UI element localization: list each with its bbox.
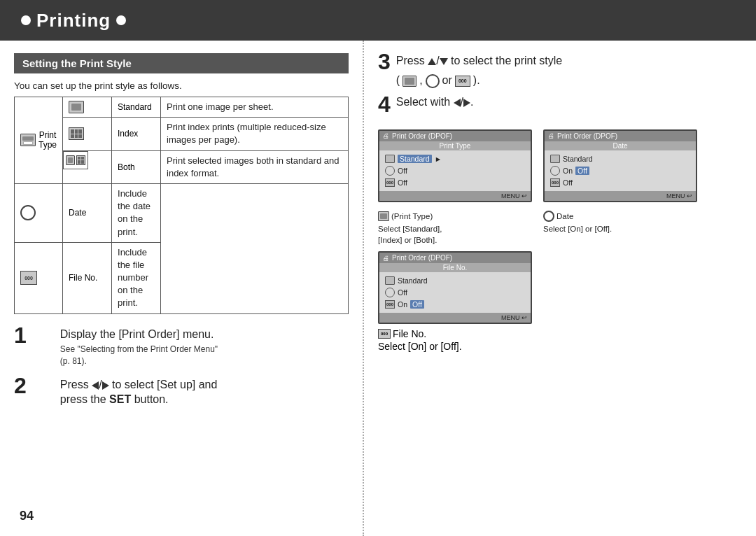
step4-right-icon: [463, 99, 470, 107]
screen1: 🖨 Print Order (DPOF) Print Type Standard…: [378, 129, 532, 202]
right-arrow-icon: [102, 381, 109, 390]
date-label: Date: [63, 183, 112, 242]
screen1-header: 🖨 Print Order (DPOF): [379, 131, 531, 141]
table-row: PrintType Standard Print one image per s…: [15, 97, 349, 118]
screen3-row1: Standard: [385, 275, 525, 286]
caption3-icon-row: 000 File No.: [378, 328, 532, 339]
step3-number: 3: [378, 50, 391, 73]
screen3-title: Print Order (DPOF): [392, 254, 452, 262]
caption3-label: File No.: [393, 328, 426, 339]
both-icon-cell: [63, 151, 88, 169]
step2-text: Press / to select [Set up] and press the…: [60, 377, 218, 407]
print-type-cell: PrintType: [15, 97, 63, 184]
standard-desc: Print one image per sheet.: [161, 97, 349, 118]
page-header: Printing: [0, 0, 756, 41]
standard-icon-cell: [63, 97, 112, 118]
screen1-row1: Standard ►: [385, 153, 525, 164]
caption3-text: Select [On] or [Off].: [378, 341, 532, 352]
s1r2-label: Off: [398, 167, 407, 175]
screen2-wrap: 🖨 Print Order (DPOF) Date Standard On Of…: [543, 129, 697, 202]
s2r3-icon: 000: [550, 178, 560, 187]
s1r3-icon: 000: [385, 178, 395, 187]
caption1-icon-row: (Print Type): [378, 211, 532, 222]
s1r2-icon: [385, 166, 395, 176]
both-label: Both: [112, 150, 161, 183]
s2r3-label: Off: [563, 178, 573, 187]
fileno-icon: 000: [20, 271, 37, 285]
style-date-icon: [426, 74, 440, 88]
screen2-printer-icon: 🖨: [548, 132, 554, 139]
s3r3-icon: 000: [385, 300, 395, 309]
caption2-label: Date: [556, 211, 573, 222]
s2r1-icon: [550, 155, 560, 163]
step-1: 1 Display the [Print Order] menu. See "S…: [14, 327, 349, 367]
standard-label: Standard: [112, 97, 161, 118]
screen2-row3: 000 Off: [550, 177, 690, 188]
main-content: Setting the Print Style You can set up t…: [0, 41, 756, 536]
both-grid-icon: [76, 155, 85, 165]
screen2-body: Standard On Off 000 Off: [545, 150, 696, 191]
screen3-printer-icon: 🖨: [383, 255, 389, 262]
caption2-icon-row: Date: [543, 211, 697, 222]
screen1-title: Print Order (DPOF): [392, 132, 452, 140]
screen1-menu: MENU ↩: [501, 192, 527, 199]
screen3-row2: Off: [385, 286, 525, 299]
left-panel: Setting the Print Style You can set up t…: [0, 41, 364, 536]
screen3-header: 🖨 Print Order (DPOF): [379, 253, 531, 263]
screens-row-1: 🖨 Print Order (DPOF) Print Type Standard…: [378, 129, 742, 202]
step-4: 4 Select with /.: [378, 96, 742, 118]
s1r1-icon: [385, 155, 395, 163]
caption2: Date Select [On] or [Off].: [543, 211, 697, 246]
intro-text: You can set up the print style as follow…: [14, 80, 349, 91]
s3r1-label: Standard: [398, 276, 428, 285]
step3-icons: (, or 000).: [396, 73, 562, 88]
screen2-menu: MENU ↩: [666, 192, 692, 199]
fileno-label: File No.: [63, 242, 112, 313]
screen1-row2: Off: [385, 164, 525, 177]
screen2: 🖨 Print Order (DPOF) Date Standard On Of…: [543, 129, 697, 202]
header-dot-left: [21, 15, 31, 25]
s2r2-off: Off: [575, 167, 589, 175]
caption1-label: (Print Type): [391, 211, 433, 222]
s1r1-label: Standard: [398, 155, 432, 163]
header-dot-right: [116, 15, 126, 25]
step2-number: 2: [14, 374, 27, 397]
caption3-icon: 000: [378, 329, 391, 339]
page-number: 94: [20, 509, 34, 523]
step4-left-icon: [454, 99, 461, 107]
s1r1-arrow: ►: [435, 155, 442, 163]
step-2: 2 Press / to select [Set up] and press t…: [14, 377, 349, 407]
style-file-icon: 000: [455, 76, 470, 87]
index-desc: Print index prints (multiple reduced-siz…: [161, 118, 349, 150]
date-icon-cell: [15, 183, 63, 242]
step1-sub: See "Selecting from the Print Order Menu…: [60, 344, 218, 367]
index-icon: [69, 127, 84, 140]
print-type-label: PrintType: [38, 130, 57, 150]
screen2-subheader: Date: [545, 141, 696, 150]
date-desc: Include the date on the print.: [112, 183, 161, 242]
table-row: Index Print index prints (multiple reduc…: [15, 118, 349, 150]
caption1-icon: [378, 211, 389, 221]
date-icon: [20, 205, 36, 220]
index-label: Index: [112, 118, 161, 150]
set-label: SET: [109, 393, 131, 405]
step1-number: 1: [14, 324, 27, 346]
page-title: Printing: [36, 10, 111, 31]
screen3-row3: 000 On Off: [385, 299, 525, 310]
screen3: 🖨 Print Order (DPOF) File No. Standard O…: [378, 251, 532, 324]
s3r1-icon: [385, 276, 395, 285]
section-title: Setting the Print Style: [14, 53, 349, 73]
step4-number: 4: [378, 93, 391, 115]
s3r2-label: Off: [398, 288, 407, 297]
s3r3-off: Off: [410, 300, 424, 309]
caption3: 000 File No. Select [On] or [Off].: [378, 328, 532, 352]
fileno-icon-cell: 000: [15, 242, 63, 313]
both-desc: Print selected images both in standard a…: [161, 150, 349, 183]
table-row: 000 File No. Include the file number on …: [15, 242, 349, 313]
screen-bottom-row: 🖨 Print Order (DPOF) File No. Standard O…: [378, 251, 742, 352]
caption1: (Print Type) Select [Standard],[Index] o…: [378, 211, 532, 246]
step4-text: Select with /.: [396, 96, 474, 108]
screen1-wrap: 🖨 Print Order (DPOF) Print Type Standard…: [378, 129, 532, 202]
s2r2-icon: [550, 166, 560, 176]
screen3-body: Standard Off 000 On Off: [379, 272, 531, 313]
